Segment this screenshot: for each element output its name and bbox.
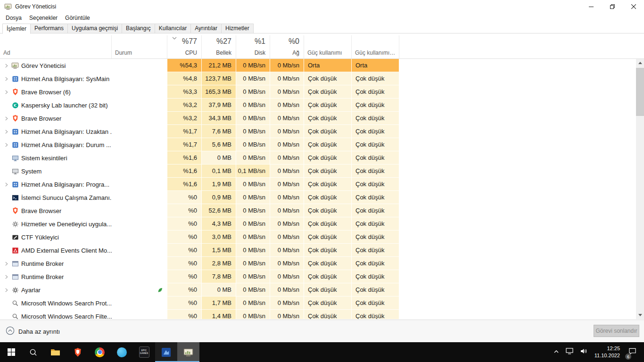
search-button[interactable] bbox=[22, 342, 44, 362]
process-cpu-cell: %0 bbox=[167, 283, 202, 296]
menu-view[interactable]: Görüntüle bbox=[61, 15, 94, 21]
menu-options[interactable]: Seçenekler bbox=[25, 15, 61, 21]
process-row[interactable]: Brave Browser%3,234,3 MB0 MB/sn0 Mb/snÇo… bbox=[0, 112, 644, 125]
blue-app-button[interactable] bbox=[111, 342, 133, 362]
start-button[interactable] bbox=[0, 342, 22, 362]
process-row[interactable]: İstemci Sunucu Çalışma Zamanı...%00,9 MB… bbox=[0, 191, 644, 204]
expand-chevron-icon[interactable] bbox=[3, 116, 9, 121]
column-header-name[interactable]: Ad bbox=[0, 35, 112, 58]
tab-processes[interactable]: İşlemler bbox=[2, 24, 31, 34]
volume-button[interactable] bbox=[577, 342, 591, 362]
process-power-trend-cell: Çok düşük bbox=[352, 217, 399, 230]
scrollbar-thumb[interactable] bbox=[636, 68, 644, 116]
expand-chevron-icon[interactable] bbox=[3, 182, 9, 187]
process-name: Ayarlar bbox=[21, 287, 41, 294]
task-manager-button[interactable] bbox=[177, 342, 199, 362]
process-row[interactable]: Hizmetler ve Denetleyici uygula...%04,3 … bbox=[0, 217, 644, 230]
process-net-cell: 0 Mb/sn bbox=[270, 99, 304, 112]
process-row[interactable]: Hizmet Ana Bilgisayarı: Uzaktan ...%1,77… bbox=[0, 125, 644, 138]
process-row[interactable]: Microsoft Windows Search Prot...%01,7 MB… bbox=[0, 296, 644, 310]
process-row[interactable]: Görev Yöneticisi%54,321,2 MB0 MB/sn0 Mb/… bbox=[0, 59, 644, 72]
process-name: Brave Browser bbox=[21, 207, 61, 214]
tab-startup[interactable]: Başlangıç bbox=[122, 24, 155, 33]
process-power-trend-cell: Çok düşük bbox=[352, 138, 399, 151]
process-power-cell: Çok düşük bbox=[304, 191, 352, 204]
show-hidden-icons-button[interactable] bbox=[550, 342, 562, 362]
tab-details[interactable]: Ayrıntılar bbox=[190, 24, 222, 33]
end-task-button[interactable]: Görevi sonlandır bbox=[594, 325, 639, 337]
process-row[interactable]: Kaspersky Lab launcher (32 bit)%3,237,9 … bbox=[0, 99, 644, 112]
network-label: Ağ bbox=[292, 49, 299, 56]
process-row[interactable]: Hizmet Ana Bilgisayarı: Progra...%1,61,9… bbox=[0, 178, 644, 191]
process-row[interactable]: Hizmet Ana Bilgisayarı: Durum ...%1,75,6… bbox=[0, 138, 644, 151]
epic-games-button[interactable]: EPIC GAMES bbox=[133, 342, 155, 362]
chrome-icon bbox=[95, 347, 105, 357]
menu-file[interactable]: Dosya bbox=[2, 15, 25, 21]
process-row[interactable]: CTF Yükleyici%03,0 MB0 MB/sn0 Mb/snÇok d… bbox=[0, 230, 644, 244]
vertical-scrollbar[interactable] bbox=[636, 59, 644, 319]
disk-total-percent: %1 bbox=[255, 37, 265, 46]
process-power-cell: Çok düşük bbox=[304, 125, 352, 138]
column-header-power-trend[interactable]: Güç kullanımı… bbox=[352, 35, 399, 58]
blue-square-app-button[interactable] bbox=[155, 342, 177, 362]
restore-button[interactable] bbox=[602, 0, 623, 13]
column-header-power[interactable]: Güç kullanımı bbox=[304, 35, 352, 58]
menu-bar: DosyaSeçeneklerGörüntüle bbox=[0, 13, 644, 22]
scroll-up-arrow-icon[interactable] bbox=[636, 59, 644, 67]
expand-chevron-icon[interactable] bbox=[3, 90, 9, 94]
column-header-status[interactable]: Durum bbox=[112, 35, 167, 58]
process-status-cell bbox=[112, 151, 167, 165]
process-row[interactable]: Sistem kesintileri%1,60 MB0 MB/sn0 Mb/sn… bbox=[0, 151, 644, 165]
expand-chevron-icon[interactable] bbox=[3, 77, 9, 81]
minimize-button[interactable] bbox=[580, 0, 602, 13]
restore-icon bbox=[610, 2, 615, 11]
process-row[interactable]: Hizmet Ana Bilgisayarı: SysMain%4,8123,7… bbox=[0, 72, 644, 85]
expand-chevron-icon[interactable] bbox=[3, 64, 9, 68]
tab-performance[interactable]: Performans bbox=[30, 24, 68, 33]
expand-chevron-icon[interactable] bbox=[3, 275, 9, 279]
scroll-down-arrow-icon[interactable] bbox=[636, 311, 644, 319]
chrome-button[interactable] bbox=[89, 342, 111, 362]
expand-chevron-icon[interactable] bbox=[3, 143, 9, 147]
display-tray-button[interactable] bbox=[562, 342, 577, 362]
process-power-cell: Çok düşük bbox=[304, 178, 352, 191]
expand-chevron-icon[interactable] bbox=[3, 130, 9, 134]
brave-icon bbox=[11, 115, 19, 122]
process-name-cell: İstemci Sunucu Çalışma Zamanı... bbox=[0, 191, 112, 204]
column-header-disk[interactable]: %1 Disk bbox=[236, 35, 270, 58]
column-header-network[interactable]: %0 Ağ bbox=[270, 35, 304, 58]
expand-chevron-icon[interactable] bbox=[3, 262, 9, 266]
process-row[interactable]: System%1,60,1 MB0,1 MB/sn0 Mb/snÇok düşü… bbox=[0, 165, 644, 178]
file-explorer-button[interactable] bbox=[44, 342, 66, 362]
service-host-icon bbox=[11, 181, 19, 188]
less-detail-toggle[interactable]: Daha az ayrıntı bbox=[6, 326, 60, 337]
process-row[interactable]: Brave Browser%052,6 MB0 MB/sn0 Mb/snÇok … bbox=[0, 204, 644, 217]
process-net-cell: 0 Mb/sn bbox=[270, 244, 304, 257]
process-power-cell: Çok düşük bbox=[304, 244, 352, 257]
process-disk-cell: 0 MB/sn bbox=[236, 296, 270, 310]
process-row[interactable]: Brave Browser (6)%3,3165,3 MB0 MB/sn0 Mb… bbox=[0, 85, 644, 99]
process-disk-cell: 0,1 MB/sn bbox=[236, 165, 270, 178]
process-row[interactable]: Ayarlar%00 MB0 MB/sn0 Mb/snÇok düşükÇok … bbox=[0, 283, 644, 296]
action-center-button[interactable]: 6 bbox=[624, 342, 641, 362]
brave-button[interactable] bbox=[66, 342, 89, 362]
process-power-cell: Çok düşük bbox=[304, 138, 352, 151]
process-row[interactable]: Microsoft Windows Search Filte...%01,4 M… bbox=[0, 310, 644, 319]
taskbar-items: EPIC GAMES bbox=[0, 342, 199, 362]
process-row[interactable]: Runtime Broker%02,8 MB0 MB/sn0 Mb/snÇok … bbox=[0, 257, 644, 270]
notification-badge: 6 bbox=[625, 354, 631, 360]
process-row[interactable]: Runtime Broker%07,8 MB0 MB/sn0 Mb/snÇok … bbox=[0, 270, 644, 283]
title-bar[interactable]: Görev Yöneticisi bbox=[0, 0, 644, 13]
tab-users[interactable]: Kullanıcılar bbox=[155, 24, 191, 33]
column-header-memory[interactable]: %27 Bellek bbox=[202, 35, 236, 58]
expand-chevron-icon[interactable] bbox=[3, 288, 9, 292]
close-button[interactable] bbox=[623, 0, 644, 13]
tab-services[interactable]: Hizmetler bbox=[221, 24, 254, 33]
tab-app-history[interactable]: Uygulama geçmişi bbox=[67, 24, 122, 33]
process-net-cell: 0 Mb/sn bbox=[270, 270, 304, 283]
process-row[interactable]: AMD External Events Client Mo...%01,5 MB… bbox=[0, 244, 644, 257]
hidden-icons-chevron-icon bbox=[553, 348, 559, 356]
process-cpu-cell: %0 bbox=[167, 257, 202, 270]
taskbar-clock[interactable]: 12:25 11.10.2022 bbox=[591, 345, 624, 359]
column-header-cpu[interactable]: %77 CPU bbox=[167, 35, 202, 58]
